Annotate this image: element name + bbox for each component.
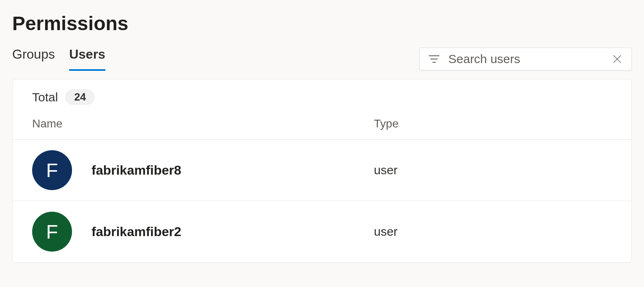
user-name: fabrikamfiber2 (92, 224, 181, 239)
search-box[interactable] (419, 48, 632, 70)
table-row[interactable]: Ffabrikamfiber8user (13, 140, 631, 201)
user-type: user (374, 225, 612, 239)
user-name: fabrikamfiber8 (92, 163, 181, 178)
name-cell: Ffabrikamfiber2 (32, 212, 374, 252)
users-panel: Total 24 Name Type Ffabrikamfiber8userFf… (12, 79, 632, 263)
user-type: user (374, 163, 612, 177)
col-type[interactable]: Type (374, 117, 612, 130)
table-header: Name Type (13, 112, 631, 140)
page-title: Permissions (12, 12, 632, 35)
close-icon[interactable] (612, 54, 622, 64)
filter-icon (429, 54, 439, 64)
rows-container: Ffabrikamfiber8userFfabrikamfiber2user (13, 140, 631, 262)
table-row[interactable]: Ffabrikamfiber2user (13, 201, 631, 262)
col-name[interactable]: Name (32, 117, 374, 130)
search-input[interactable] (448, 52, 603, 66)
tabs: Groups Users (12, 47, 105, 71)
avatar: F (32, 150, 72, 190)
avatar: F (32, 212, 72, 252)
header-row: Groups Users (12, 47, 632, 71)
total-row: Total 24 (13, 79, 631, 112)
name-cell: Ffabrikamfiber8 (32, 150, 374, 190)
total-label: Total (32, 90, 58, 104)
tab-groups[interactable]: Groups (12, 47, 55, 71)
total-count-badge: 24 (65, 89, 95, 105)
tab-users[interactable]: Users (69, 47, 105, 71)
